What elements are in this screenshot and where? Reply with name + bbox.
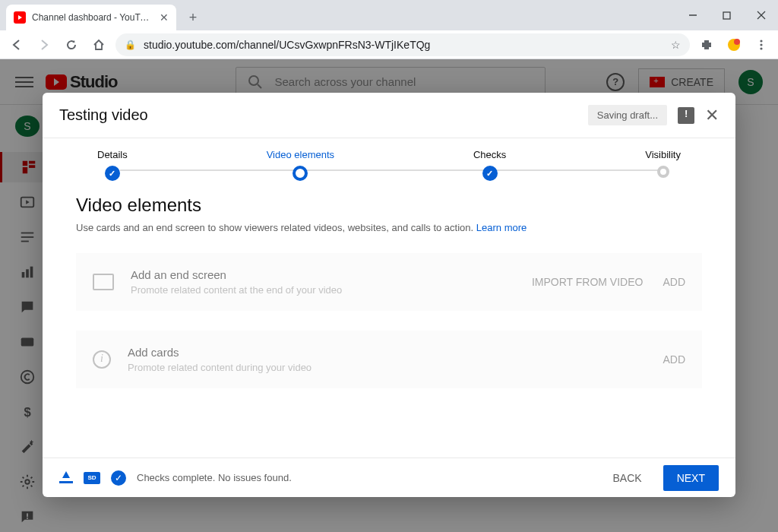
step-checks-indicator-icon [482,166,498,181]
step-details[interactable]: Details [97,149,128,181]
end-screen-icon [93,274,114,290]
footer-status-text: Checks complete. No issues found. [137,472,292,483]
section-subtext: Use cards and an end screen to show view… [76,222,702,233]
browser-tab[interactable]: Channel dashboard - YouTube St ✕ [6,5,176,30]
checks-status-icon: ✓ [111,470,126,486]
next-button[interactable]: NEXT [663,465,719,491]
tab-close-icon[interactable]: ✕ [160,11,169,24]
window-maximize-button[interactable] [710,0,744,30]
step-details-label: Details [97,149,128,160]
step-visibility-indicator-icon [657,166,669,178]
cards-card: Add cards Promote related content during… [76,331,702,388]
step-visibility-label: Visibility [645,149,681,160]
cards-add-button[interactable]: ADD [663,353,685,366]
browser-toolbar: 🔒 studio.youtube.com/channel/UCsvGxwpnFR… [0,30,778,59]
modal-footer: SD ✓ Checks complete. No issues found. B… [43,458,735,497]
hd-status-icon: SD [84,472,100,484]
end-screen-sub: Promote related content at the end of yo… [131,284,515,296]
window-close-button[interactable] [744,0,778,30]
nav-back-button[interactable] [6,34,27,55]
end-screen-title: Add an end screen [131,268,515,281]
extension-badge-icon[interactable] [723,34,745,55]
feedback-icon[interactable] [678,107,694,124]
step-checks-label: Checks [473,149,506,160]
import-from-video-button[interactable]: IMPORT FROM VIDEO [532,276,644,288]
nav-forward-button[interactable] [33,34,55,55]
saving-status: Saving draft... [588,105,667,125]
info-icon [93,350,111,369]
modal-body: Video elements Use cards and an end scre… [43,181,735,458]
bookmark-star-icon[interactable]: ☆ [671,39,681,51]
learn-more-link[interactable]: Learn more [476,222,527,233]
nav-reload-button[interactable] [61,34,82,55]
nav-home-button[interactable] [88,34,109,55]
address-bar[interactable]: 🔒 studio.youtube.com/channel/UCsvGxwpnFR… [115,33,690,56]
cards-sub: Promote related content during your vide… [128,362,646,373]
end-screen-add-button[interactable]: ADD [663,276,685,288]
browser-tab-strip: Channel dashboard - YouTube St ✕ + [0,0,778,30]
browser-menu-icon[interactable] [751,34,772,55]
end-screen-card: Add an end screen Promote related conten… [76,253,702,311]
step-video-elements-label: Video elements [267,149,334,160]
step-video-elements[interactable]: Video elements [267,149,334,181]
section-heading: Video elements [76,195,702,216]
svg-point-5 [734,39,740,45]
upload-modal: Testing video Saving draft... ✕ Details … [43,93,735,497]
modal-close-button[interactable]: ✕ [705,106,719,125]
upload-status-icon [59,473,73,483]
modal-header: Testing video Saving draft... ✕ [43,93,735,138]
svg-point-8 [760,47,762,49]
step-details-indicator-icon [105,166,120,181]
step-checks[interactable]: Checks [473,149,506,181]
window-minimize-button[interactable] [675,0,710,30]
stepper: Details Video elements Checks Visibility [43,138,735,181]
lock-icon: 🔒 [125,40,136,50]
url-text: studio.youtube.com/channel/UCsvGxwpnFRsN… [144,39,430,51]
stepper-track [120,169,658,171]
step-video-elements-indicator-icon [293,166,308,181]
back-button[interactable]: BACK [602,466,653,490]
svg-point-6 [760,40,762,42]
step-visibility[interactable]: Visibility [645,149,681,178]
svg-point-7 [760,43,762,46]
modal-title: Testing video [59,106,148,124]
window-controls [675,0,778,30]
tab-title: Channel dashboard - YouTube St [32,12,153,23]
extensions-icon[interactable] [696,34,717,55]
new-tab-button[interactable]: + [182,7,204,28]
svg-rect-1 [723,12,730,19]
cards-title: Add cards [128,346,646,359]
youtube-favicon-icon [14,11,26,24]
